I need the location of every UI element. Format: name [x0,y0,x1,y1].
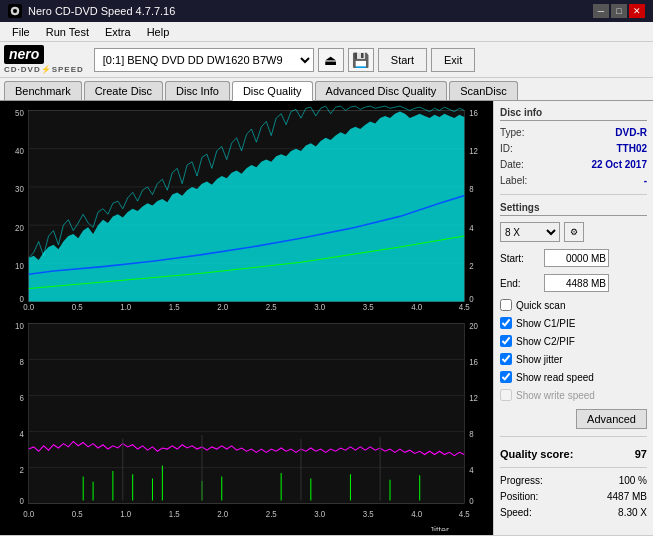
svg-text:2.0: 2.0 [217,508,228,518]
disc-type-row: Type: DVD-R [500,127,647,138]
jitter-label: Show jitter [516,354,563,365]
close-button[interactable]: ✕ [629,4,645,18]
svg-text:4: 4 [19,429,24,439]
disc-id-value: TTH02 [616,143,647,154]
disc-date-value: 22 Oct 2017 [591,159,647,170]
write-speed-label: Show write speed [516,390,595,401]
minimize-button[interactable]: ─ [593,4,609,18]
disc-id-row: ID: TTH02 [500,143,647,154]
menu-extra[interactable]: Extra [97,24,139,40]
disc-label-value: - [644,175,647,186]
svg-text:1.0: 1.0 [120,508,131,518]
maximize-button[interactable]: □ [611,4,627,18]
title-bar: Nero CD-DVD Speed 4.7.7.16 ─ □ ✕ [0,0,653,22]
tab-benchmark[interactable]: Benchmark [4,81,82,100]
menu-run-test[interactable]: Run Test [38,24,97,40]
end-row: End: [500,274,647,292]
speed-row: 8 X ⚙ [500,222,647,242]
nero-logo: nero CD·DVD⚡SPEED [4,45,84,74]
svg-text:0.5: 0.5 [72,508,83,518]
svg-text:0.5: 0.5 [72,302,83,312]
menu-help[interactable]: Help [139,24,178,40]
svg-text:6: 6 [19,393,24,403]
quality-label: Quality score: [500,448,573,460]
svg-text:8: 8 [19,357,24,367]
advanced-btn-wrapper: Advanced [500,407,647,429]
svg-text:0.0: 0.0 [23,302,34,312]
quick-scan-checkbox[interactable] [500,299,512,311]
svg-text:2.0: 2.0 [217,302,228,312]
svg-text:8: 8 [469,184,474,194]
c2pif-checkbox[interactable] [500,335,512,347]
tab-disc-info[interactable]: Disc Info [165,81,230,100]
svg-text:2: 2 [19,465,24,475]
exit-button[interactable]: Exit [431,48,475,72]
svg-text:10: 10 [15,321,24,331]
svg-text:8: 8 [469,429,474,439]
speed-row-2: Speed: 8.30 X [500,507,647,518]
quality-value: 97 [635,448,647,460]
read-speed-label: Show read speed [516,372,594,383]
disc-date-row: Date: 22 Oct 2017 [500,159,647,170]
disc-label-label: Label: [500,175,527,186]
disc-id-label: ID: [500,143,513,154]
svg-text:4: 4 [469,465,474,475]
tab-scan-disc[interactable]: ScanDisc [449,81,517,100]
write-speed-checkbox[interactable] [500,389,512,401]
drive-select[interactable]: [0:1] BENQ DVD DD DW1620 B7W9 [94,48,314,72]
checkbox-c2pif: Show C2/PIF [500,335,647,347]
svg-rect-31 [29,323,465,503]
divider-2 [500,436,647,437]
svg-text:1.0: 1.0 [120,302,131,312]
jitter-checkbox[interactable] [500,353,512,365]
svg-text:12: 12 [469,146,478,156]
disc-info-title: Disc info [500,107,647,121]
svg-text:4.0: 4.0 [411,302,422,312]
svg-text:30: 30 [15,184,24,194]
menu-file[interactable]: File [4,24,38,40]
progress-label: Progress: [500,475,543,486]
tab-advanced-disc-quality[interactable]: Advanced Disc Quality [315,81,448,100]
quick-scan-label: Quick scan [516,300,565,311]
svg-text:0.0: 0.0 [23,508,34,518]
advanced-button[interactable]: Advanced [576,409,647,429]
end-input[interactable] [544,274,609,292]
checkbox-c1pie: Show C1/PIE [500,317,647,329]
eject-icon-button[interactable]: ⏏ [318,48,344,72]
svg-text:3.5: 3.5 [363,302,374,312]
toolbar: nero CD·DVD⚡SPEED [0:1] BENQ DVD DD DW16… [0,42,653,78]
disc-label-row: Label: - [500,175,647,186]
speed-value: 8.30 X [618,507,647,518]
c1pie-checkbox[interactable] [500,317,512,329]
menu-bar: File Run Test Extra Help [0,22,653,42]
tab-create-disc[interactable]: Create Disc [84,81,163,100]
read-speed-checkbox[interactable] [500,371,512,383]
svg-text:4.0: 4.0 [411,508,422,518]
svg-text:3.0: 3.0 [314,302,325,312]
start-button[interactable]: Start [378,48,427,72]
position-row: Position: 4487 MB [500,491,647,502]
svg-text:16: 16 [469,357,478,367]
save-icon-button[interactable]: 💾 [348,48,374,72]
c2pif-label: Show C2/PIF [516,336,575,347]
title-text: Nero CD-DVD Speed 4.7.7.16 [28,5,175,17]
settings-icon-button[interactable]: ⚙ [564,222,584,242]
tab-bar: Benchmark Create Disc Disc Info Disc Qua… [0,78,653,101]
end-label: End: [500,278,540,289]
position-label: Position: [500,491,538,502]
speed-select[interactable]: 8 X [500,222,560,242]
svg-text:1.5: 1.5 [169,302,180,312]
divider-1 [500,194,647,195]
svg-text:1.5: 1.5 [169,508,180,518]
checkbox-jitter: Show jitter [500,353,647,365]
svg-text:2.5: 2.5 [266,302,277,312]
window-controls: ─ □ ✕ [593,4,645,18]
checkbox-quick-scan: Quick scan [500,299,647,311]
disc-date-label: Date: [500,159,524,170]
position-value: 4487 MB [607,491,647,502]
start-row: Start: [500,249,647,267]
start-input[interactable] [544,249,609,267]
svg-text:3.0: 3.0 [314,508,325,518]
tab-disc-quality[interactable]: Disc Quality [232,81,313,101]
svg-text:2.5: 2.5 [266,508,277,518]
